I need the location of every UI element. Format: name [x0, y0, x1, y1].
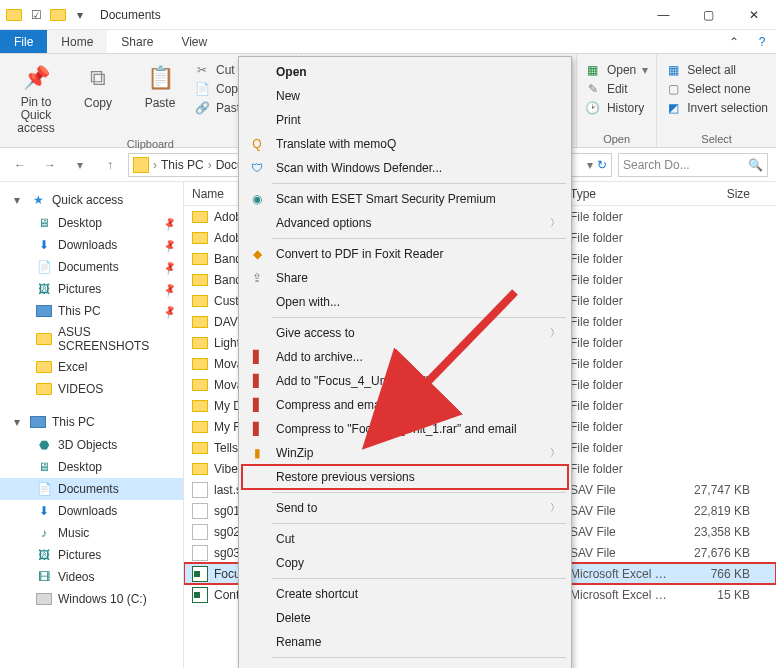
- nav-item-3dobjects[interactable]: ⬣3D Objects: [0, 434, 183, 456]
- nav-item-documents-pc[interactable]: 📄Documents: [0, 478, 183, 500]
- nav-quick-access[interactable]: ▾★Quick access: [0, 188, 183, 212]
- column-type[interactable]: Type: [562, 187, 678, 201]
- breadcrumb-thispc[interactable]: This PC: [161, 158, 204, 172]
- properties-qat-icon[interactable]: ☑: [28, 7, 44, 23]
- nav-item-downloads-pc[interactable]: ⬇Downloads: [0, 500, 183, 522]
- nav-item-pictures-pc[interactable]: 🖼Pictures: [0, 544, 183, 566]
- copy-path-icon: 📄: [194, 81, 210, 97]
- menu-eset[interactable]: ◉Scan with ESET Smart Security Premium: [242, 187, 568, 211]
- help-icon[interactable]: ?: [748, 30, 776, 53]
- back-button[interactable]: ←: [8, 153, 32, 177]
- paste-button[interactable]: 📋 Paste: [132, 58, 188, 136]
- blank-icon: [248, 293, 266, 311]
- blank-icon: [248, 499, 266, 517]
- menu-cut[interactable]: Cut: [242, 527, 568, 551]
- select-all-button[interactable]: ▦Select all: [665, 62, 768, 78]
- copy-icon: ⧉: [82, 62, 114, 94]
- chevron-right-icon[interactable]: ›: [153, 158, 157, 172]
- chevron-down-icon[interactable]: ▾: [14, 415, 24, 429]
- tab-view[interactable]: View: [167, 30, 221, 53]
- menu-create-shortcut[interactable]: Create shortcut: [242, 582, 568, 606]
- blank-icon: [248, 609, 266, 627]
- nav-item-documents[interactable]: 📄Documents: [0, 256, 183, 278]
- new-folder-qat-icon[interactable]: [50, 7, 66, 23]
- nav-item-downloads[interactable]: ⬇Downloads: [0, 234, 183, 256]
- qat-dropdown-icon[interactable]: ▾: [72, 7, 88, 23]
- separator: [272, 317, 566, 318]
- tab-share[interactable]: Share: [107, 30, 167, 53]
- menu-restore-previous-versions[interactable]: Restore previous versions: [242, 465, 568, 489]
- ribbon-tabs: File Home Share View ⌃ ?: [0, 30, 776, 54]
- menu-compressto[interactable]: ▋Compress to "Focus_4_Unit_1.rar" and em…: [242, 417, 568, 441]
- blank-icon: [248, 664, 266, 668]
- nav-this-pc[interactable]: ▾This PC: [0, 410, 183, 434]
- nav-item-desktop-pc[interactable]: 🖥Desktop: [0, 456, 183, 478]
- winzip-icon: ▮: [248, 444, 266, 462]
- menu-compressemail[interactable]: ▋Compress and email...: [242, 393, 568, 417]
- collapse-ribbon-icon[interactable]: ⌃: [720, 30, 748, 53]
- folder-icon: [192, 379, 208, 391]
- ribbon-group-select: ▦Select all ▢Select none ◩Invert selecti…: [656, 54, 776, 147]
- select-none-button[interactable]: ▢Select none: [665, 81, 768, 97]
- minimize-button[interactable]: —: [641, 0, 686, 30]
- file-size: 23,358 KB: [678, 525, 758, 539]
- refresh-icon[interactable]: ↻: [597, 158, 607, 172]
- file-icon: [192, 503, 208, 519]
- menu-sendto[interactable]: Send to〉: [242, 496, 568, 520]
- address-dropdown-icon[interactable]: ▾: [587, 158, 593, 172]
- navigation-pane[interactable]: ▾★Quick access 🖥Desktop ⬇Downloads 📄Docu…: [0, 182, 184, 668]
- ribbon-group-open: ▦Open ▾ ✎Edit 🕑History Open: [576, 54, 656, 147]
- blank-icon: [248, 214, 266, 232]
- menu-open[interactable]: Open: [242, 60, 568, 84]
- menu-addrar[interactable]: ▋Add to "Focus_4_Unit_1.rar": [242, 369, 568, 393]
- invert-selection-button[interactable]: ◩Invert selection: [665, 100, 768, 116]
- nav-item-asus[interactable]: ASUS SCREENSHOTS: [0, 322, 183, 356]
- menu-rename[interactable]: Rename: [242, 630, 568, 654]
- close-button[interactable]: ✕: [731, 0, 776, 30]
- menu-advanced[interactable]: Advanced options〉: [242, 211, 568, 235]
- menu-foxit[interactable]: ◆Convert to PDF in Foxit Reader: [242, 242, 568, 266]
- menu-delete[interactable]: Delete: [242, 606, 568, 630]
- nav-item-pictures[interactable]: 🖼Pictures: [0, 278, 183, 300]
- separator: [272, 657, 566, 658]
- menu-share[interactable]: ⇪Share: [242, 266, 568, 290]
- pictures-icon: 🖼: [36, 547, 52, 563]
- drive-icon: [36, 591, 52, 607]
- column-size[interactable]: Size: [678, 187, 758, 201]
- nav-item-thispc[interactable]: This PC: [0, 300, 183, 322]
- menu-winzip[interactable]: ▮WinZip〉: [242, 441, 568, 465]
- history-button[interactable]: 🕑History: [585, 100, 648, 116]
- nav-item-music[interactable]: ♪Music: [0, 522, 183, 544]
- foxit-icon: ◆: [248, 245, 266, 263]
- nav-item-cdrive[interactable]: Windows 10 (C:): [0, 588, 183, 610]
- pin-quick-access-button[interactable]: 📌 Pin to Quick access: [8, 58, 64, 136]
- open-button[interactable]: ▦Open ▾: [585, 62, 648, 78]
- maximize-button[interactable]: ▢: [686, 0, 731, 30]
- chevron-right-icon[interactable]: ›: [208, 158, 212, 172]
- menu-new[interactable]: New: [242, 84, 568, 108]
- search-input[interactable]: Search Do... 🔍: [618, 153, 768, 177]
- menu-print[interactable]: Print: [242, 108, 568, 132]
- up-button[interactable]: ↑: [98, 153, 122, 177]
- nav-item-desktop[interactable]: 🖥Desktop: [0, 212, 183, 234]
- nav-item-excel[interactable]: Excel: [0, 356, 183, 378]
- menu-defender[interactable]: 🛡Scan with Windows Defender...: [242, 156, 568, 180]
- tab-file[interactable]: File: [0, 30, 47, 53]
- folder-icon: [192, 211, 208, 223]
- paste-icon: 📋: [144, 62, 176, 94]
- tab-home[interactable]: Home: [47, 30, 107, 53]
- menu-addarchive[interactable]: ▋Add to archive...: [242, 345, 568, 369]
- menu-copy[interactable]: Copy: [242, 551, 568, 575]
- edit-button[interactable]: ✎Edit: [585, 81, 648, 97]
- menu-properties[interactable]: Properties: [242, 661, 568, 668]
- menu-giveaccess[interactable]: Give access to〉: [242, 321, 568, 345]
- menu-memoq[interactable]: QTranslate with memoQ: [242, 132, 568, 156]
- separator: [272, 578, 566, 579]
- chevron-down-icon[interactable]: ▾: [14, 193, 24, 207]
- copy-button[interactable]: ⧉ Copy: [70, 58, 126, 136]
- forward-button[interactable]: →: [38, 153, 62, 177]
- menu-openwith[interactable]: Open with...: [242, 290, 568, 314]
- nav-item-videos-pc[interactable]: 🎞Videos: [0, 566, 183, 588]
- nav-item-videos[interactable]: VIDEOS: [0, 378, 183, 400]
- recent-dropdown-icon[interactable]: ▾: [68, 153, 92, 177]
